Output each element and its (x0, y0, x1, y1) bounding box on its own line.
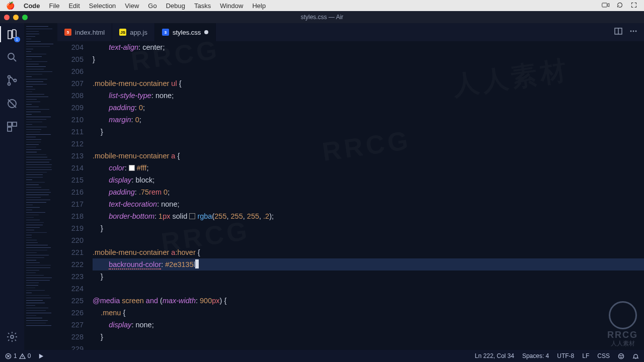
menu-edit[interactable]: Edit (68, 2, 79, 10)
menu-go[interactable]: Go (148, 2, 156, 10)
dirty-indicator-icon (204, 30, 208, 34)
code-line[interactable]: color: #fff; (93, 162, 644, 174)
svg-point-4 (14, 79, 17, 82)
code-line[interactable]: } (93, 126, 644, 138)
svg-point-16 (620, 355, 620, 355)
file-type-icon: 5 (64, 29, 71, 36)
line-number: 206 (57, 65, 84, 77)
status-eol[interactable]: LF (582, 352, 589, 359)
status-warnings-count: 0 (28, 352, 31, 359)
activity-extensions[interactable] (5, 120, 19, 134)
svg-point-13 (635, 31, 637, 32)
apple-icon[interactable]: 🍎 (6, 2, 15, 10)
line-number: 205 (57, 53, 84, 65)
code-line[interactable]: } (93, 331, 644, 343)
line-number: 217 (57, 198, 84, 210)
code-line[interactable]: text-decoration: none; (93, 198, 644, 210)
activity-settings[interactable] (5, 330, 19, 344)
status-language[interactable]: CSS (597, 352, 610, 359)
status-problems[interactable]: 1 0 (5, 352, 31, 359)
line-number: 209 (57, 102, 84, 114)
close-window-button[interactable] (4, 15, 10, 20)
app-name[interactable]: Code (24, 2, 40, 10)
line-number: 229 (57, 343, 84, 350)
tab-styles-css[interactable]: 3styles.css (155, 23, 216, 41)
status-encoding[interactable]: UTF-8 (557, 352, 574, 359)
svg-point-1 (8, 53, 14, 59)
tab-index-html[interactable]: 5index.html (57, 23, 112, 41)
activity-explorer[interactable]: 1 (5, 27, 19, 41)
code-line[interactable]: padding: .75rem 0; (93, 186, 644, 198)
menu-selection[interactable]: Selection (89, 2, 116, 10)
code-line[interactable]: .mobile-menu-container a:hover { (93, 246, 644, 258)
refresh-icon[interactable] (616, 2, 624, 10)
code-editor[interactable]: 2042052062072082092102112122132142152162… (57, 41, 644, 350)
code-line[interactable]: display: block; (93, 174, 644, 186)
svg-rect-6 (8, 122, 12, 126)
svg-point-9 (11, 335, 14, 338)
svg-point-2 (8, 76, 11, 78)
status-feedback-icon[interactable] (618, 353, 624, 359)
minimap[interactable]: (function(){ var col=document.currentScr… (24, 23, 57, 350)
activity-debug[interactable] (5, 97, 19, 111)
menu-file[interactable]: File (49, 2, 60, 10)
zoom-window-button[interactable] (22, 15, 28, 20)
more-actions-icon[interactable] (629, 27, 638, 38)
window-title-bar: styles.css — Air (0, 11, 644, 23)
tab-label: styles.css (173, 29, 201, 36)
code-line[interactable]: display: none; (93, 319, 644, 331)
code-line[interactable] (93, 65, 644, 77)
status-spaces[interactable]: Spaces: 4 (522, 352, 549, 359)
code-line[interactable] (93, 234, 644, 246)
code-line[interactable]: } (93, 53, 644, 65)
menu-help[interactable]: Help (252, 2, 266, 10)
code-line[interactable]: .mobile-menu-container ul { (93, 77, 644, 89)
split-editor-icon[interactable] (614, 27, 623, 38)
code-line[interactable] (93, 343, 644, 350)
window-title: styles.css — Air (301, 14, 344, 21)
line-number: 207 (57, 77, 84, 89)
svg-rect-7 (13, 122, 17, 126)
code-line[interactable]: padding: 0; (93, 102, 644, 114)
screen-record-icon[interactable] (602, 2, 610, 10)
line-number: 215 (57, 174, 84, 186)
code-line[interactable]: list-style-type: none; (93, 89, 644, 102)
line-number: 216 (57, 186, 84, 198)
line-number: 227 (57, 319, 84, 331)
code-line[interactable]: text-align: center; (93, 41, 644, 53)
fullscreen-icon[interactable] (630, 2, 638, 10)
activity-source-control[interactable] (5, 73, 19, 87)
activity-bar: 1 (0, 23, 24, 350)
menu-debug[interactable]: Debug (166, 2, 185, 10)
svg-rect-0 (602, 3, 607, 7)
line-number: 220 (57, 234, 84, 246)
svg-point-17 (622, 355, 622, 355)
activity-search[interactable] (5, 50, 19, 64)
code-line[interactable] (93, 283, 644, 295)
menu-window[interactable]: Window (220, 2, 243, 10)
code-line[interactable]: } (93, 222, 644, 234)
code-line[interactable]: } (93, 270, 644, 283)
editor-tabs: 5index.htmlJSapp.js3styles.css (57, 23, 644, 41)
line-number: 223 (57, 270, 84, 283)
code-line[interactable]: @media screen and (max-width: 900px) { (93, 295, 644, 307)
code-line[interactable] (93, 138, 644, 150)
line-number: 208 (57, 89, 84, 102)
code-line[interactable]: backround-color: #2e3135l (93, 258, 644, 270)
code-line[interactable]: margin: 0; (93, 114, 644, 126)
line-number: 210 (57, 114, 84, 126)
code-line[interactable]: .menu { (93, 307, 644, 319)
status-errors-count: 1 (14, 352, 17, 359)
code-line[interactable]: .mobile-menu-container a { (93, 150, 644, 162)
tab-app-js[interactable]: JSapp.js (112, 23, 155, 41)
menu-view[interactable]: View (125, 2, 139, 10)
svg-point-12 (633, 31, 634, 32)
code-line[interactable]: border-bottom: 1px solid rgba(255, 255, … (93, 210, 644, 222)
minimize-window-button[interactable] (13, 15, 19, 20)
status-bell-icon[interactable] (632, 353, 639, 359)
menu-tasks[interactable]: Tasks (194, 2, 211, 10)
svg-point-11 (630, 31, 632, 32)
svg-rect-8 (8, 127, 12, 131)
status-live-server[interactable] (38, 353, 44, 359)
status-ln-col[interactable]: Ln 222, Col 34 (475, 352, 514, 359)
